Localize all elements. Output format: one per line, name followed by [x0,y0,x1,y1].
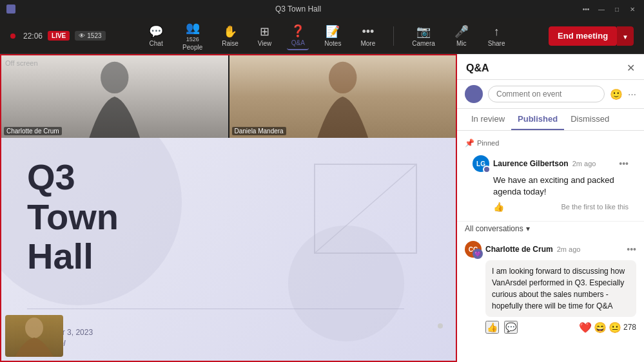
camera-btn[interactable]: 📷 Camera [408,22,439,50]
tab-dismissed[interactable]: Dismissed [564,109,616,130]
video-thumb-daniela: Daniela Mandera [229,55,456,138]
heart-emoji: ❤️ [579,321,592,334]
slide-content: Q3 Town Hall [27,157,119,276]
qa-icon: ❓ [291,24,305,38]
mic-btn[interactable]: 🎤 Mic [451,22,473,50]
tab-in-review[interactable]: In review [465,109,511,130]
qa-panel-title: Q&A [466,62,489,74]
charlotte-more-button[interactable]: ••• [627,244,636,254]
share-btn[interactable]: ↑ Share [484,23,509,50]
pinned-message: LG Laurence Gilbertson 2m ago ••• We hav… [465,151,636,216]
slide-decoration-rect [314,164,417,254]
daniela-video-bg [229,55,456,138]
end-meeting-wrap: End meeting ▼ [549,26,634,46]
more-options-btn[interactable]: ••• [581,4,591,14]
chat-button-charlotte[interactable]: 💬 [504,321,518,334]
all-conversations-dropdown[interactable]: All conversations ▾ [457,222,644,237]
slide-title: Q3 Town Hall [27,157,119,276]
view-btn[interactable]: ⊞ View [254,22,276,50]
more-icon: ••• [362,25,374,39]
qa-body: 📌 Pinned LG Laurence Gilbertson 2m ago •… [457,131,644,362]
notes-btn[interactable]: 📝 Notes [320,22,345,50]
more-btn[interactable]: ••• More [356,23,379,50]
main-toolbar: 22:06 LIVE 👁 1523 💬 Chat 👥 1526 People ✋… [0,18,644,54]
qa-input-row: 🙂 ⋯ [457,80,644,109]
user-avatar [465,85,483,103]
raise-btn[interactable]: ✋ Raise [218,22,242,50]
qa-panel: Q&A ✕ 🙂 ⋯ In review Published Dismissed … [457,54,644,362]
people-btn[interactable]: 👥 1526 People [179,18,206,53]
qa-btn[interactable]: ❓ Q&A [287,21,309,50]
charlotte-video-bg [1,55,228,138]
maximize-btn[interactable]: □ [612,4,622,14]
pinned-author: Laurence Gilbertson [493,159,569,168]
minimize-btn[interactable]: — [596,4,607,14]
notes-icon: 📝 [326,24,340,39]
slide-background: Q3 Town Hall September 3, 2023 VanArsdel [1,138,456,361]
charlotte-avatar-wrap: CC 💜 [465,241,482,258]
reaction-emojis: ❤️ 😄 😐 278 [579,321,636,334]
chevron-down-icon: ▼ [622,33,629,41]
svg-line-2 [315,165,415,252]
charlotte-name-label: Charlotte de Crum [4,127,62,135]
qa-panel-header: Q&A ✕ [457,54,644,80]
daniela-name-label: Daniela Mandera [232,127,286,135]
user-avatar-wrap [465,85,483,103]
end-meeting-chevron[interactable]: ▼ [617,26,634,46]
pinned-message-header: LG Laurence Gilbertson 2m ago ••• [473,155,629,172]
raise-icon: ✋ [223,24,237,39]
toolbar-left: 22:06 LIVE 👁 1523 [10,31,106,41]
charlotte-message-author: Charlotte de Crum [485,245,553,254]
charlotte-reactions-row: 👍 💬 ❤️ 😄 😐 278 [465,321,636,334]
slide-rect-diagonal [315,165,416,252]
chevron-down-icon: ▾ [526,224,530,233]
svg-point-1 [329,62,356,93]
viewer-count: 1523 [87,32,101,39]
share-icon: ↑ [494,25,500,39]
comment-input[interactable] [488,86,605,102]
view-icon: ⊞ [260,24,269,39]
title-bar-controls: ••• — □ ✕ [581,4,638,14]
people-icon: 👥 [186,21,200,35]
send-icon[interactable]: ⋯ [628,90,636,99]
end-meeting-button[interactable]: End meeting [549,26,617,46]
toolbar-right: End meeting ▼ [549,26,634,46]
tab-published[interactable]: Published [511,109,564,130]
emoji-icon[interactable]: 🙂 [610,88,623,100]
close-btn[interactable]: ✕ [627,4,638,14]
qa-close-button[interactable]: ✕ [627,62,635,74]
chat-btn[interactable]: 💬 Chat [145,22,167,50]
window-title: Q3 Town Hall [15,5,581,14]
svg-point-0 [101,62,128,93]
reaction-indicator: 💜 [473,249,483,259]
pinned-label: 📌 Pinned [465,138,636,148]
charlotte-message-time: 2m ago [557,245,581,253]
title-bar: Q3 Town Hall ••• — □ ✕ [0,0,644,18]
pinned-message-text: We have an exciting and packed agenda to… [473,175,629,198]
like-button-pinned[interactable]: 👍 [493,202,504,212]
content-area: Off screen Charlotte de Crum [0,54,644,362]
first-like-label: Be the first to like this [561,203,629,211]
pin-icon: 📌 [465,138,474,148]
charlotte-message: CC 💜 Charlotte de Crum 2m ago ••• I am l… [457,237,644,338]
offscreen-label: Off screen [5,59,38,67]
slide-divider [27,309,404,309]
svg-point-3 [25,318,43,338]
toolbar-separator [393,26,394,46]
laugh-emoji: 😄 [594,321,607,334]
charlotte-message-header: CC 💜 Charlotte de Crum 2m ago ••• [465,241,636,258]
pinned-time: 2m ago [572,160,596,167]
mic-icon: 🎤 [454,24,469,39]
camera-icon: 📷 [416,24,431,39]
record-indicator [10,32,18,41]
video-thumb-charlotte: Charlotte de Crum [1,55,228,138]
charlotte-message-text: I am looking forward to discussing how V… [485,260,636,317]
pinned-message-actions: 👍 Be the first to like this [473,202,629,212]
reaction-count: 278 [623,323,636,332]
online-indicator [483,166,491,173]
viewer-badge: 👁 1523 [75,31,105,41]
neutral-emoji: 😐 [609,321,621,334]
pinned-more-button[interactable]: ••• [619,158,629,169]
like-button-charlotte[interactable]: 👍 [485,321,499,334]
app-icon [6,5,15,14]
